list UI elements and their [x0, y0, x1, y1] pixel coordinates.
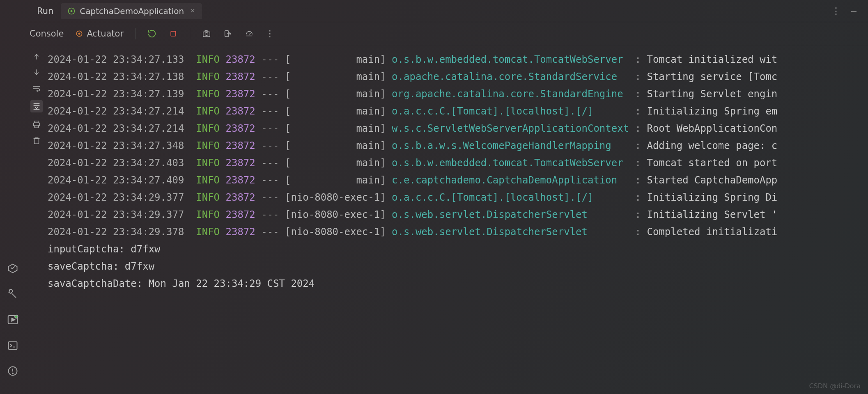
- dashboard-icon[interactable]: [244, 29, 254, 39]
- svg-rect-30: [34, 125, 38, 128]
- log-line: 2024-01-22 23:34:27.403 INFO 23872 --- […: [48, 154, 868, 172]
- services-icon[interactable]: [7, 263, 18, 274]
- stop-icon[interactable]: [168, 29, 178, 39]
- problems-icon[interactable]: [7, 365, 18, 377]
- left-tool-rail: [0, 0, 25, 394]
- scroll-up-icon[interactable]: [32, 53, 41, 61]
- svg-marker-3: [12, 318, 15, 321]
- log-line: inputCaptcha: d7fxw: [48, 241, 868, 258]
- console-toolbar: Console Actuator ⋮: [25, 22, 868, 45]
- console-tab[interactable]: Console: [30, 29, 64, 39]
- log-line: 2024-01-22 23:34:27.133 INFO 23872 --- […: [48, 51, 868, 68]
- svg-line-1: [12, 293, 16, 298]
- more-icon[interactable]: ⋮: [831, 6, 840, 16]
- log-line: 2024-01-22 23:34:27.348 INFO 23872 --- […: [48, 137, 868, 154]
- scroll-down-icon[interactable]: [32, 68, 41, 76]
- soft-wrap-icon[interactable]: [32, 84, 41, 93]
- log-line: 2024-01-22 23:34:29.377 INFO 23872 --- […: [48, 206, 868, 223]
- log-line: savaCaptchaDate: Mon Jan 22 23:34:29 CST…: [48, 275, 868, 292]
- svg-line-20: [249, 33, 251, 34]
- svg-rect-5: [9, 342, 17, 350]
- build-icon[interactable]: [7, 288, 18, 300]
- terminal-icon[interactable]: [7, 340, 18, 351]
- run-label: Run: [30, 6, 61, 16]
- svg-rect-17: [205, 30, 207, 32]
- svg-point-16: [205, 32, 208, 35]
- run-config-tab[interactable]: CaptchaDemoApplication ✕: [61, 3, 202, 19]
- run-icon[interactable]: [7, 314, 19, 326]
- console-gutter: [25, 45, 48, 394]
- log-line: 2024-01-22 23:34:27.214 INFO 23872 --- […: [48, 103, 868, 120]
- run-tab-bar: Run CaptchaDemoApplication ✕ ⋮ —: [25, 0, 868, 22]
- trash-icon[interactable]: [32, 136, 41, 145]
- svg-rect-31: [34, 139, 39, 144]
- scroll-end-icon[interactable]: [30, 100, 43, 112]
- log-line: 2024-01-22 23:34:27.409 INFO 23872 --- […: [48, 172, 868, 189]
- spring-boot-icon: [67, 7, 76, 15]
- log-line: 2024-01-22 23:34:29.377 INFO 23872 --- […: [48, 189, 868, 206]
- rerun-icon[interactable]: [147, 29, 157, 39]
- log-line: 2024-01-22 23:34:27.138 INFO 23872 --- […: [48, 68, 868, 85]
- log-line: 2024-01-22 23:34:27.139 INFO 23872 --- […: [48, 85, 868, 103]
- exit-icon[interactable]: [223, 29, 233, 39]
- minimize-icon[interactable]: —: [851, 6, 857, 16]
- svg-point-13: [79, 33, 80, 34]
- watermark: CSDN @di-Dora: [809, 382, 861, 390]
- svg-point-9: [12, 373, 13, 374]
- log-line: saveCaptcha: d7fxw: [48, 258, 868, 275]
- print-icon[interactable]: [32, 120, 41, 129]
- close-icon[interactable]: ✕: [190, 7, 195, 15]
- svg-point-11: [71, 10, 73, 12]
- svg-rect-14: [171, 31, 176, 36]
- svg-point-4: [15, 315, 18, 318]
- run-config-name: CaptchaDemoApplication: [80, 6, 184, 16]
- console-output[interactable]: 2024-01-22 23:34:27.133 INFO 23872 --- […: [48, 45, 868, 394]
- log-line: 2024-01-22 23:34:27.214 INFO 23872 --- […: [48, 120, 868, 137]
- toolbar-more-icon[interactable]: ⋮: [266, 29, 274, 39]
- log-line: 2024-01-22 23:34:29.378 INFO 23872 --- […: [48, 223, 868, 241]
- actuator-tab[interactable]: Actuator: [75, 29, 124, 39]
- camera-icon[interactable]: [202, 29, 211, 39]
